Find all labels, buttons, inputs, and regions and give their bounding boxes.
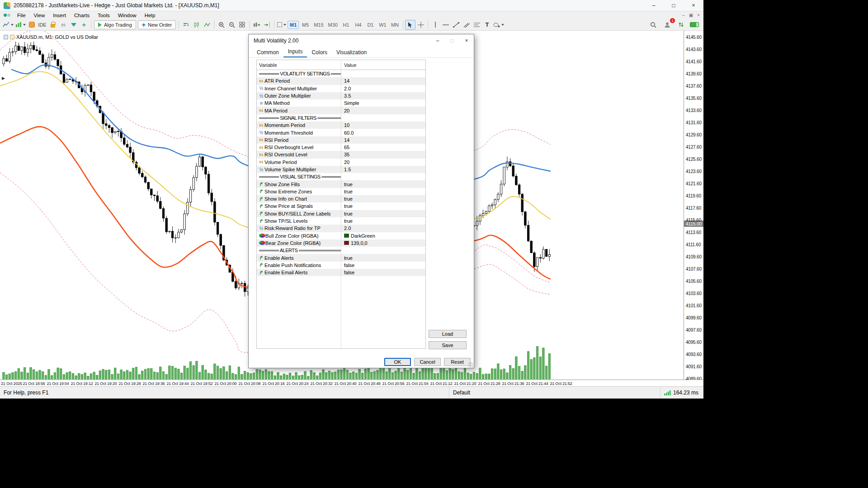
param-value[interactable]: 10 — [341, 122, 425, 128]
timeframe-m30[interactable]: M30 — [326, 21, 340, 29]
param-value[interactable]: false — [341, 263, 425, 268]
vps-button[interactable] — [68, 20, 79, 30]
timeframe-m1[interactable]: M1 — [288, 21, 299, 29]
timeframe-w1[interactable]: W1 — [377, 21, 388, 29]
horizontal-line-tool[interactable] — [440, 20, 451, 30]
param-value[interactable]: Simple — [341, 100, 425, 106]
close-button[interactable]: × — [684, 0, 703, 11]
menu-file[interactable]: File — [13, 13, 30, 18]
param-value[interactable]: true — [341, 211, 425, 216]
param-value[interactable]: 14 — [341, 78, 425, 84]
dialog-tab-inputs[interactable]: Inputs — [283, 47, 307, 57]
timeframe-m15[interactable]: M15 — [312, 21, 325, 29]
toolbar-right-cluster: 1 — [648, 20, 703, 30]
dialog-tab-common[interactable]: Common — [252, 48, 283, 57]
menu-help[interactable]: Help — [141, 13, 160, 18]
add-symbol-button[interactable]: + — [79, 20, 89, 30]
ok-button[interactable]: OK — [384, 358, 411, 366]
param-value[interactable]: 14 — [341, 137, 425, 143]
param-value[interactable]: 60.0 — [341, 130, 425, 136]
param-value[interactable]: true — [341, 203, 425, 209]
indicators-button[interactable] — [14, 20, 27, 30]
zoom-in-button[interactable] — [216, 20, 226, 30]
vertical-line-tool[interactable] — [430, 20, 440, 30]
lock-button[interactable] — [47, 20, 58, 30]
param-name: Bull Zone Color (RGBA) — [257, 233, 341, 239]
bars-sort-button[interactable] — [181, 20, 191, 30]
param-value[interactable]: DarkGreen — [341, 233, 425, 239]
market-button[interactable] — [27, 20, 37, 30]
timeframe-mn[interactable]: MN — [389, 21, 401, 29]
cancel-button[interactable]: Cancel — [414, 358, 441, 366]
crosshair-tool-button[interactable] — [415, 20, 426, 30]
param-value[interactable]: true — [341, 182, 425, 187]
mdi-minimize-button[interactable]: – — [682, 13, 685, 18]
param-value[interactable]: 65 — [341, 145, 425, 150]
dialog-title-bar[interactable]: Multi Volatility 2.00 – □ × — [249, 34, 474, 47]
price-axis[interactable]: 4115.00 4145.604143.604141.604139.604137… — [684, 31, 703, 380]
param-value[interactable]: 20 — [341, 160, 425, 165]
shapes-tool-button[interactable] — [492, 20, 505, 30]
trendline-tool[interactable] — [451, 20, 461, 30]
reset-button[interactable]: Reset — [444, 358, 471, 366]
load-button[interactable]: Load — [429, 330, 467, 338]
menu-insert[interactable]: Insert — [49, 13, 70, 18]
param-value[interactable]: 1.5 — [341, 167, 425, 172]
mdi-window-controls: – ▣ × — [682, 13, 703, 18]
dialog-minimize-button[interactable]: – — [430, 34, 445, 47]
menu-tools[interactable]: Tools — [94, 13, 114, 18]
profile-button[interactable]: 1 — [662, 20, 672, 30]
param-value[interactable]: 35 — [341, 152, 425, 157]
one-click-trading-toggle[interactable]: ▶ — [2, 76, 5, 80]
timeframe-h1[interactable]: H1 — [340, 21, 352, 29]
timeframe-d1[interactable]: D1 — [365, 21, 376, 29]
fibonacci-tool[interactable] — [472, 20, 482, 30]
mdi-close-button[interactable]: × — [697, 13, 700, 18]
auto-scroll-button[interactable] — [251, 20, 262, 30]
dialog-close-button[interactable]: × — [459, 34, 474, 47]
menu-window[interactable]: Window — [114, 13, 141, 18]
save-button[interactable]: Save — [429, 341, 467, 349]
zigzag-button[interactable] — [202, 20, 212, 30]
signals-button[interactable]: ((•)) — [58, 20, 68, 30]
zoom-out-button[interactable] — [226, 20, 237, 30]
mdi-restore-button[interactable]: ▣ — [689, 13, 693, 18]
param-value[interactable]: 20 — [341, 108, 425, 113]
new-order-button[interactable]: + New Order — [138, 20, 176, 29]
algo-trading-label: Algo Trading — [104, 22, 132, 28]
timeframe-m5[interactable]: M5 — [300, 21, 311, 29]
dialog-tab-colors[interactable]: Colors — [307, 48, 332, 57]
status-profile[interactable]: Default — [449, 387, 660, 399]
param-value[interactable]: 139,0,0 — [341, 240, 425, 246]
tile-windows-button[interactable] — [237, 20, 247, 30]
menu-view[interactable]: View — [30, 13, 49, 18]
param-value[interactable]: true — [341, 196, 425, 202]
maximize-button[interactable]: □ — [664, 0, 684, 11]
param-value[interactable]: true — [341, 255, 425, 261]
price-tick: 4137.60 — [686, 84, 702, 89]
candle-display-button[interactable] — [191, 20, 202, 30]
algo-trading-button[interactable]: Algo Trading — [94, 20, 136, 29]
resize-grip[interactable] — [468, 362, 473, 367]
param-value[interactable]: 2.0 — [341, 225, 425, 231]
param-value[interactable]: true — [341, 218, 425, 224]
channel-tool[interactable] — [461, 20, 472, 30]
column-divider[interactable] — [341, 60, 341, 348]
search-button[interactable] — [648, 20, 658, 30]
text-tool-button[interactable]: T — [482, 20, 492, 30]
object-select-button[interactable] — [276, 20, 287, 30]
chart-shift-button[interactable] — [262, 20, 272, 30]
data-transfer-button[interactable] — [676, 20, 686, 30]
time-axis[interactable]: 21 Oct 202521 Oct 18:5621 Oct 19:0421 Oc… — [0, 380, 703, 387]
chart-type-button[interactable] — [2, 20, 14, 30]
status-connection[interactable]: 164.23 ms — [660, 387, 703, 399]
menu-charts[interactable]: Charts — [70, 13, 94, 18]
param-value[interactable]: 2.0 — [341, 86, 425, 91]
minimize-button[interactable]: – — [644, 0, 664, 11]
param-value[interactable]: true — [341, 189, 425, 194]
ide-button[interactable]: IDE — [37, 20, 47, 30]
param-value[interactable]: 3.5 — [341, 93, 425, 99]
param-value[interactable]: false — [341, 270, 425, 275]
timeframe-h4[interactable]: H4 — [353, 21, 364, 29]
dialog-tab-visualization[interactable]: Visualization — [332, 48, 371, 57]
